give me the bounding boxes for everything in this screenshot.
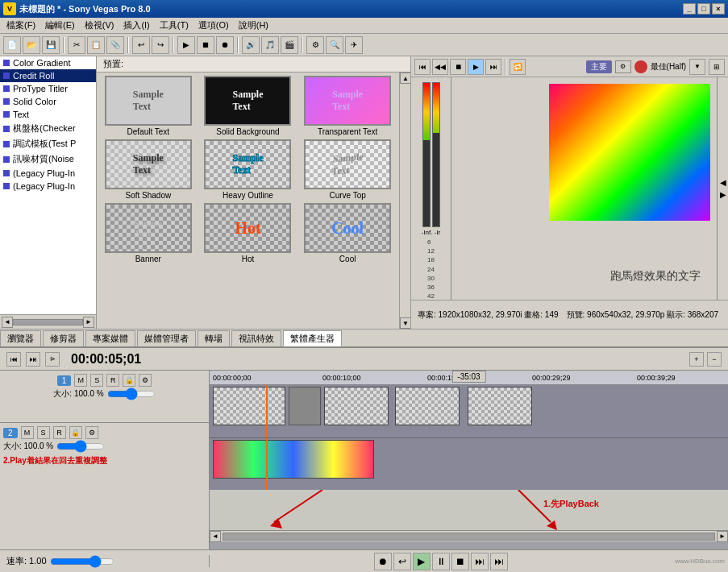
clip1-checker4[interactable]: [468, 387, 532, 425]
tab-browser[interactable]: 瀏覽器: [0, 330, 41, 346]
list-item-solid-color[interactable]: Solid Color: [0, 95, 96, 108]
track2-arm[interactable]: R: [53, 426, 66, 439]
toolbar-open[interactable]: 📂: [23, 36, 40, 54]
scroll-left-tl[interactable]: ◄: [210, 531, 221, 542]
clip1-checker2[interactable]: [324, 387, 389, 425]
tl-zoom-in[interactable]: +: [689, 352, 704, 367]
list-item-legacy2[interactable]: (Legacy Plug-In: [0, 180, 96, 193]
tb-next[interactable]: ⏭: [471, 553, 489, 570]
expand-btn[interactable]: ◀: [718, 176, 728, 189]
menu-edit[interactable]: 編輯(E): [40, 18, 80, 33]
scroll-up[interactable]: ▲: [400, 73, 410, 84]
toolbar-undo[interactable]: ↩: [132, 36, 150, 54]
thumbnail-hot[interactable]: Hot Hot: [200, 203, 297, 263]
track1-lock[interactable]: 🔒: [123, 374, 135, 387]
h-scrollthumb[interactable]: [223, 533, 715, 541]
btn-loop[interactable]: 🔁: [510, 59, 526, 75]
tab-project-media[interactable]: 專案媒體: [85, 330, 135, 346]
toolbar-btn1[interactable]: ▶: [177, 36, 195, 54]
thumbnail-solid-bg[interactable]: SampleText Solid Background: [200, 76, 297, 136]
list-item-noise[interactable]: 訊噪材質(Noise: [0, 151, 96, 167]
toolbar-btn8[interactable]: 🔍: [326, 36, 343, 54]
track1-mute[interactable]: M: [74, 374, 87, 387]
thumbnail-banner[interactable]: SampleText Banner: [100, 203, 197, 263]
menu-insert[interactable]: 插入(I): [119, 18, 154, 33]
track1-solo[interactable]: S: [90, 374, 103, 387]
toolbar-new[interactable]: 📄: [3, 36, 21, 54]
menu-file[interactable]: 檔案(F): [2, 18, 40, 33]
thumbnail-cool[interactable]: Cool Cool: [299, 203, 396, 263]
tb-stop[interactable]: ⏹: [451, 553, 469, 570]
list-item-checker[interactable]: 棋盤格(Checker: [0, 121, 96, 136]
list-item-protype[interactable]: ProType Titler: [0, 82, 96, 95]
tb-record[interactable]: ⏺: [374, 553, 392, 570]
maximize-button[interactable]: □: [697, 3, 710, 15]
scroll-right[interactable]: ►: [83, 317, 94, 328]
quality-menu[interactable]: ▼: [689, 59, 705, 75]
tb-end[interactable]: ⏭: [490, 553, 508, 570]
toolbar-btn5[interactable]: 🎵: [261, 36, 279, 54]
toolbar-save[interactable]: 💾: [42, 36, 60, 54]
menu-options[interactable]: 選項(O): [193, 18, 234, 33]
close-button[interactable]: ×: [712, 3, 725, 15]
toolbar-paste[interactable]: 📎: [106, 36, 124, 54]
tl-btn2[interactable]: ⏭: [26, 352, 40, 367]
menu-help[interactable]: 說明(H): [234, 18, 273, 33]
track2-mute[interactable]: M: [21, 426, 34, 439]
tab-media-manager[interactable]: 媒體管理者: [137, 330, 196, 346]
tb-play-main[interactable]: ▶: [413, 553, 431, 570]
tab-video-fx[interactable]: 視訊特效: [231, 330, 281, 346]
toolbar-btn9[interactable]: ✈: [345, 36, 363, 54]
menu-view[interactable]: 檢視(V): [80, 18, 119, 33]
collapse-btn[interactable]: ▶: [718, 189, 728, 201]
speed-slider[interactable]: [50, 558, 114, 565]
track1-fx[interactable]: ⚙: [139, 374, 152, 387]
thumbnail-default-text[interactable]: SampleText Default Text: [100, 76, 197, 136]
view-grid[interactable]: ⊞: [709, 59, 725, 75]
minimize-button[interactable]: _: [683, 3, 696, 15]
thumbnail-curve-top[interactable]: SampleText Curve Top: [299, 139, 396, 200]
list-item-credit-roll[interactable]: Credit Roll: [0, 69, 96, 82]
list-item-color-gradient[interactable]: Color Gradient: [0, 56, 96, 69]
toolbar-btn4[interactable]: 🔊: [242, 36, 260, 54]
toolbar-btn2[interactable]: ⏹: [197, 36, 214, 54]
clip1-checker3[interactable]: [395, 387, 460, 425]
tl-btn3[interactable]: ⊳: [45, 352, 60, 367]
track2-fx[interactable]: ⚙: [85, 426, 98, 439]
btn-prev-frame[interactable]: ⏮: [414, 59, 431, 75]
scroll-down[interactable]: ▼: [400, 317, 410, 329]
clip2-color[interactable]: [213, 440, 374, 479]
tl-zoom-out[interactable]: −: [707, 352, 722, 367]
tab-transitions[interactable]: 轉場: [198, 330, 230, 346]
thumbnail-soft-shadow[interactable]: SampleText Soft Shadow: [100, 139, 197, 200]
track2-lock[interactable]: 🔒: [69, 426, 82, 439]
thumbnail-transparent-text[interactable]: SampleText Transparent Text: [299, 76, 396, 136]
tab-generators[interactable]: 繁體產生器: [283, 330, 342, 346]
playhead[interactable]: [266, 385, 268, 437]
scroll-right-tl[interactable]: ►: [717, 531, 728, 542]
gear-icon[interactable]: ⚙: [615, 60, 631, 73]
thumbnail-heavy-outline[interactable]: SampleText Heavy Outline: [200, 139, 297, 200]
tab-trimmer[interactable]: 修剪器: [43, 330, 84, 346]
list-item-test-p[interactable]: 調試模板(Test P: [0, 136, 96, 151]
track1-size-slider[interactable]: [107, 391, 156, 397]
toolbar-btn3[interactable]: ⏺: [216, 36, 234, 54]
menu-tools[interactable]: 工具(T): [155, 18, 193, 33]
track2-solo[interactable]: S: [37, 426, 50, 439]
toolbar-btn7[interactable]: ⚙: [306, 36, 324, 54]
btn-stop[interactable]: ⏹: [450, 59, 466, 75]
toolbar-btn6[interactable]: 🎬: [281, 36, 298, 54]
btn-play-prev[interactable]: ◀◀: [432, 59, 448, 75]
toolbar-redo[interactable]: ↪: [152, 36, 169, 54]
toolbar-cut[interactable]: ✂: [68, 36, 85, 54]
list-item-legacy1[interactable]: (Legacy Plug-In: [0, 167, 96, 180]
scroll-left[interactable]: ◄: [2, 317, 13, 328]
list-item-text[interactable]: Text: [0, 108, 96, 121]
toolbar-copy[interactable]: 📋: [87, 36, 105, 54]
tl-btn1[interactable]: ⏮: [6, 352, 21, 367]
clip1-checker[interactable]: [213, 387, 285, 425]
tb-pause[interactable]: ⏸: [432, 553, 450, 570]
btn-play[interactable]: ▶: [468, 59, 484, 75]
track2-size-slider[interactable]: [56, 443, 105, 450]
btn-next-frame[interactable]: ⏭: [485, 59, 501, 75]
